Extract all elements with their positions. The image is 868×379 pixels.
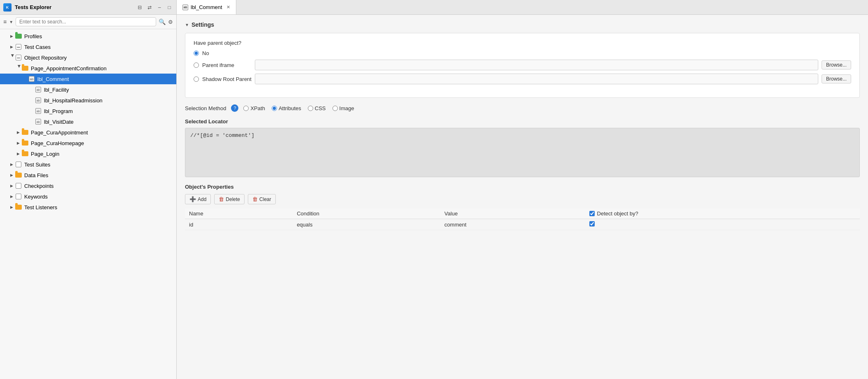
label-icon: ab [35, 118, 42, 125]
radio-no[interactable] [194, 51, 199, 56]
parent-iframe-input[interactable] [255, 60, 818, 70]
detect-header-checkbox[interactable] [589, 211, 595, 216]
tab-bar: ab lbl_Comment ✕ [177, 0, 868, 15]
search-bar: ≡ ▼ 🔍 ⚙ [0, 15, 176, 29]
app-title: Tests Explorer [15, 4, 133, 10]
image-radio[interactable]: Image [332, 105, 354, 111]
sidebar-item-label: Page_Login [31, 151, 59, 157]
checkpoints-icon [15, 182, 22, 190]
expand-toggle[interactable]: ▶ [8, 183, 15, 189]
delete-button[interactable]: 🗑 Delete [214, 194, 245, 204]
parent-obj-label: Have parent object? [194, 40, 851, 46]
expand-toggle[interactable] [28, 108, 35, 114]
chevron-down-icon[interactable]: ▼ [9, 20, 13, 24]
app-icon: K [3, 3, 12, 12]
clear-button[interactable]: 🗑 Clear [248, 194, 276, 204]
sidebar-item-keywords[interactable]: ▶ Keywords [0, 191, 176, 202]
folder-icon [21, 129, 29, 136]
xpath-radio-input[interactable] [243, 106, 249, 111]
sidebar-item-lbl-comment[interactable]: ab lbl_Comment [0, 74, 176, 84]
settings-section: ▼ Settings Have parent object? No Parent… [185, 21, 860, 230]
sidebar-item-lbl-program[interactable]: ab lbl_Program [0, 106, 176, 116]
sidebar-item-page-login[interactable]: ▶ Page_Login [0, 148, 176, 159]
selected-locator-section: Selected Locator //*[@id = 'comment'] [185, 118, 860, 177]
radio-no-label: No [202, 50, 252, 56]
tab-close-icon[interactable]: ✕ [226, 5, 230, 10]
expand-toggle[interactable]: ▶ [15, 129, 21, 136]
radio-shadow-root[interactable] [194, 76, 199, 82]
testlisteners-icon [15, 203, 22, 211]
expand-toggle[interactable] [28, 97, 35, 104]
clear-icon: 🗑 [252, 196, 258, 202]
row-condition: equals [293, 219, 440, 230]
search-input[interactable] [16, 17, 156, 26]
expand-toggle[interactable]: ▶ [8, 54, 15, 61]
expand-toggle[interactable]: ▶ [8, 172, 15, 178]
add-label: Add [198, 196, 206, 202]
expand-toggle[interactable] [28, 86, 35, 93]
sidebar-item-data-files[interactable]: ▶ Data Files [0, 170, 176, 180]
minimize-icon[interactable]: – [156, 4, 163, 11]
locator-box: //*[@id = 'comment'] [185, 128, 860, 177]
sidebar-item-page-cura-home[interactable]: ▶ Page_CuraHomepage [0, 138, 176, 148]
expand-toggle[interactable] [21, 76, 28, 82]
detect-row-checkbox[interactable] [589, 221, 595, 226]
keywords-icon [15, 193, 22, 200]
label-icon: ab [35, 97, 42, 104]
advanced-search-icon[interactable]: ⚙ [168, 19, 173, 25]
css-radio-input[interactable] [308, 106, 313, 111]
sidebar-item-test-cases[interactable]: ▶ Test Cases [0, 42, 176, 52]
sidebar-item-page-cura-appt[interactable]: ▶ Page_CuraAppointment [0, 127, 176, 138]
radio-parent-iframe[interactable] [194, 62, 199, 68]
xpath-radio[interactable]: XPath [243, 105, 265, 111]
browse-button-1[interactable]: Browse... [822, 60, 851, 69]
help-icon[interactable]: ? [231, 104, 238, 112]
sidebar-item-lbl-visitdate[interactable]: ab lbl_VisitDate [0, 116, 176, 127]
sidebar-item-test-listeners[interactable]: ▶ Test Listeners [0, 202, 176, 213]
title-icons: ⊟ ⇄ – □ [136, 4, 173, 11]
sidebar-item-object-repo[interactable]: ▶ Object Repository [0, 52, 176, 63]
row-value: comment [440, 219, 585, 230]
search-icon[interactable]: 🔍 [159, 18, 166, 25]
sidebar-item-profiles[interactable]: ▶ Profiles [0, 31, 176, 42]
title-bar: K Tests Explorer ⊟ ⇄ – □ [0, 0, 176, 15]
folder-icon [21, 65, 29, 72]
sidebar-item-label: lbl_VisitDate [44, 119, 74, 125]
properties-table: Name Condition Value Detect object by? [185, 208, 860, 230]
expand-toggle[interactable] [28, 118, 35, 125]
sidebar-item-lbl-facility[interactable]: ab lbl_Facility [0, 84, 176, 95]
row-detect [585, 219, 860, 230]
attributes-radio[interactable]: Attributes [272, 105, 301, 111]
section-toggle-icon[interactable]: ▼ [185, 23, 189, 27]
col-detect: Detect object by? [585, 208, 860, 219]
expand-toggle[interactable]: ▶ [15, 65, 21, 72]
datafiles-icon [15, 171, 22, 179]
expand-toggle[interactable]: ▶ [8, 204, 15, 210]
image-label: Image [339, 105, 354, 111]
sidebar-item-lbl-hospital[interactable]: ab lbl_HospitalReadmission [0, 95, 176, 106]
expand-toggle[interactable]: ▶ [15, 140, 21, 146]
object-repo-icon [15, 54, 22, 61]
collapse-icon[interactable]: ⊟ [136, 4, 143, 11]
expand-toggle[interactable]: ▶ [8, 193, 15, 200]
tab-lbl-comment[interactable]: ab lbl_Comment ✕ [177, 0, 236, 14]
shadow-root-input[interactable] [255, 74, 818, 84]
image-radio-input[interactable] [332, 106, 338, 111]
parent-object-row: Have parent object? No Parent iframe Bro… [194, 40, 851, 84]
css-radio[interactable]: CSS [308, 105, 326, 111]
expand-toggle[interactable]: ▶ [15, 150, 21, 157]
locator-value: //*[@id = 'comment'] [190, 132, 254, 139]
sidebar-item-page-appt[interactable]: ▶ Page_AppointmentConfirmation [0, 63, 176, 74]
maximize-icon[interactable]: □ [166, 4, 173, 11]
add-button[interactable]: ➕ Add [185, 194, 211, 204]
browse-button-2[interactable]: Browse... [822, 74, 851, 83]
attributes-radio-input[interactable] [272, 106, 277, 111]
expand-toggle[interactable]: ▶ [8, 33, 15, 39]
arrow-icon[interactable]: ⇄ [146, 4, 153, 11]
testcases-icon [15, 43, 22, 51]
sidebar-item-checkpoints[interactable]: ▶ Checkpoints [0, 180, 176, 191]
sidebar-item-test-suites[interactable]: ▶ Test Suites [0, 159, 176, 170]
filter-icon[interactable]: ≡ [3, 18, 7, 25]
expand-toggle[interactable]: ▶ [8, 44, 15, 50]
expand-toggle[interactable]: ▶ [8, 161, 15, 168]
